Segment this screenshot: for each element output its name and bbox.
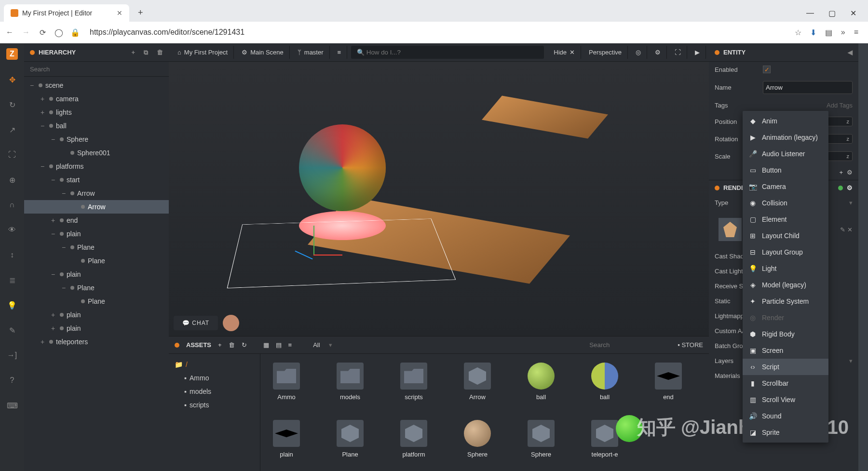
3d-viewport[interactable]: 💬 CHAT <box>169 62 709 336</box>
refresh-asset-icon[interactable]: ↻ <box>242 341 247 349</box>
asset-item[interactable]: Sphere <box>460 420 495 458</box>
assets-folder-item[interactable]: ▪ scripts <box>173 398 256 412</box>
collapse-icon[interactable]: ◀ <box>848 49 853 56</box>
tree-item[interactable]: −scene <box>24 79 169 92</box>
tree-item[interactable]: +lights <box>24 106 169 119</box>
menu-item-layout-group[interactable]: ⊟Layout Group <box>743 244 828 260</box>
add-tags-button[interactable]: Add Tags <box>763 102 853 109</box>
layers-dropdown[interactable]: ▾ <box>849 357 853 364</box>
tab-close-icon[interactable]: ✕ <box>117 9 122 17</box>
menu-item-collision[interactable]: ◉Collision <box>743 195 828 211</box>
extensions-icon[interactable]: » <box>841 28 845 37</box>
render-settings-icon[interactable]: ⚙ <box>847 184 853 191</box>
chat-button[interactable]: 💬 CHAT <box>174 316 218 330</box>
window-close-icon[interactable]: ✕ <box>850 9 856 18</box>
tree-toggle-icon[interactable]: + <box>49 216 57 224</box>
component-settings-icon[interactable]: ⚙ <box>847 169 853 176</box>
menu-item-light[interactable]: 💡Light <box>743 260 828 277</box>
forward-button[interactable]: → <box>21 27 31 37</box>
close-icon[interactable]: ✕ <box>570 49 575 56</box>
menu-item-render[interactable]: ◎Render <box>743 310 828 326</box>
branch-crumb[interactable]: ᛘmaster <box>292 46 330 59</box>
asset-item[interactable]: ball <box>587 363 622 401</box>
scene-crumb[interactable]: ⚙Main Scene <box>236 46 290 59</box>
tree-item[interactable]: −ball <box>24 119 169 133</box>
grid-small-icon[interactable]: ▤ <box>276 341 282 349</box>
tree-toggle-icon[interactable]: − <box>60 243 68 251</box>
tree-item[interactable]: −start <box>24 173 169 187</box>
menu-item-sprite[interactable]: ◪Sprite <box>743 424 828 441</box>
window-maximize-icon[interactable]: ▢ <box>828 9 836 18</box>
enabled-checkbox[interactable]: ✓ <box>763 66 771 73</box>
assets-folder-tree[interactable]: 📁 / ▪ Ammo▪ models▪ scripts <box>169 354 260 471</box>
tree-item[interactable]: Sphere001 <box>24 146 169 160</box>
help-icon[interactable]: ? <box>7 375 17 386</box>
play-button[interactable]: ▶ <box>689 46 706 59</box>
add-asset-icon[interactable]: + <box>218 341 222 349</box>
world-tool-icon[interactable]: ⊕ <box>7 175 17 185</box>
menu-item-camera[interactable]: 📷Camera <box>743 178 828 195</box>
filter-dropdown[interactable]: All <box>313 341 320 349</box>
asset-item[interactable]: end <box>651 363 686 401</box>
asset-item[interactable]: scripts <box>396 363 431 401</box>
store-button[interactable]: ▪ STORE <box>678 341 703 349</box>
tree-item[interactable]: Plane <box>24 254 169 268</box>
tree-toggle-icon[interactable]: + <box>39 108 46 116</box>
bookmark-icon[interactable]: ☆ <box>795 28 801 37</box>
tree-item[interactable]: −Plane <box>24 281 169 295</box>
menu-item-scrollbar[interactable]: ▮Scrollbar <box>743 375 828 391</box>
add-entity-icon[interactable]: + <box>131 49 135 56</box>
user-avatar[interactable] <box>223 315 239 331</box>
assets-search-input[interactable] <box>589 341 671 349</box>
fullscreen-icon[interactable]: ⛶ <box>669 46 687 59</box>
add-component-menu[interactable]: ◆Anim▶Animation (legacy)🎤Audio Listener▭… <box>743 111 828 443</box>
gizmo-x-axis[interactable] <box>313 255 342 256</box>
list-icon[interactable]: ≡ <box>332 46 348 59</box>
tree-toggle-icon[interactable]: − <box>49 176 57 184</box>
asset-item[interactable]: Arrow <box>460 363 495 401</box>
focus-icon[interactable]: ↕ <box>7 250 17 260</box>
menu-icon[interactable]: ≡ <box>854 28 858 37</box>
assets-grid[interactable]: AmmomodelsscriptsArrowballballendplainPl… <box>260 354 709 471</box>
window-minimize-icon[interactable]: — <box>806 9 814 18</box>
asset-item[interactable]: Plane <box>333 420 367 458</box>
tree-item[interactable]: Arrow <box>24 200 169 214</box>
tree-item[interactable]: −Sphere <box>24 133 169 146</box>
new-tab-button[interactable]: + <box>134 4 147 22</box>
menu-item-script[interactable]: ‹›Script <box>743 359 828 375</box>
tree-item[interactable]: +teleporters <box>24 335 169 349</box>
settings-icon[interactable]: ⚙ <box>649 46 667 59</box>
menu-item-screen[interactable]: ▣Screen <box>743 342 828 359</box>
camera-icon[interactable]: ◎ <box>630 46 647 59</box>
type-dropdown[interactable]: ▾ <box>849 199 853 206</box>
tree-item[interactable]: −platforms <box>24 160 169 173</box>
list-view-icon[interactable]: ≡ <box>288 341 292 349</box>
menu-item-layout-child[interactable]: ⊞Layout Child <box>743 228 828 244</box>
menu-item-element[interactable]: ▢Element <box>743 211 828 228</box>
asset-item[interactable]: Ammo <box>269 363 304 401</box>
scale-tool-icon[interactable]: ↗ <box>7 124 17 135</box>
tree-toggle-icon[interactable]: − <box>39 122 46 130</box>
tree-toggle-icon[interactable]: − <box>49 135 57 143</box>
app-logo[interactable]: Z <box>6 48 18 60</box>
tree-item[interactable]: −Plane <box>24 241 169 254</box>
add-component-icon[interactable]: + <box>839 169 843 176</box>
menu-item-particle-system[interactable]: ✦Particle System <box>743 293 828 310</box>
hide-button[interactable]: Hide✕ <box>548 46 581 59</box>
refresh-button[interactable]: ⟳ <box>38 27 47 37</box>
project-crumb[interactable]: ⌂My First Project <box>172 46 234 59</box>
import-icon[interactable]: →] <box>7 350 17 361</box>
snap-tool-icon[interactable]: ∩ <box>7 200 17 210</box>
asset-item[interactable]: plain <box>269 420 304 458</box>
entity-name-input[interactable] <box>763 81 853 94</box>
tree-toggle-icon[interactable]: − <box>28 81 36 89</box>
tree-toggle-icon[interactable]: + <box>49 311 57 319</box>
menu-item-anim[interactable]: ◆Anim <box>743 113 828 129</box>
asset-item[interactable]: teleport-e <box>587 420 622 458</box>
tree-item[interactable]: −plain <box>24 227 169 241</box>
tree-item[interactable]: −Arrow <box>24 187 169 200</box>
resize-tool-icon[interactable]: ⛶ <box>7 149 17 160</box>
menu-item-audio-listener[interactable]: 🎤Audio Listener <box>743 146 828 162</box>
asset-item[interactable]: ball <box>524 363 558 401</box>
tree-toggle-icon[interactable]: − <box>49 230 57 238</box>
